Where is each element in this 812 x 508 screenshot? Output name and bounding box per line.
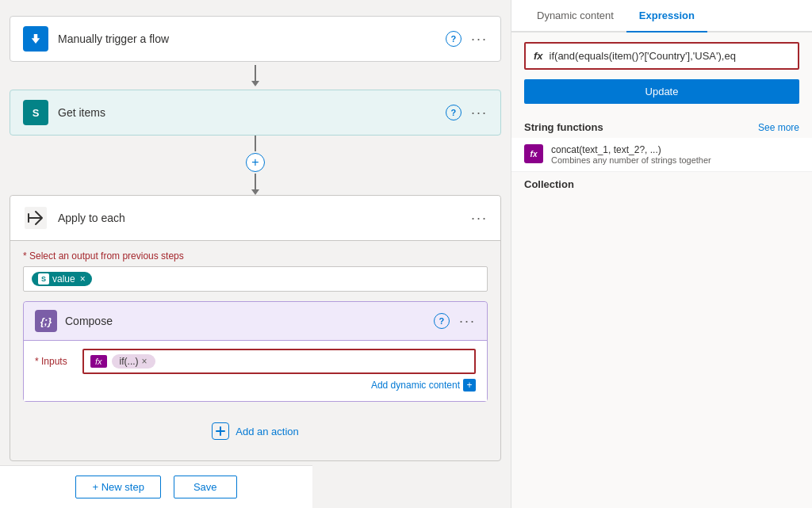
main-canvas: Manually trigger a flow ? ··· S Get item…	[0, 0, 511, 508]
inputs-label: * Inputs	[35, 356, 75, 367]
func-details-concat: concat(text_1, text_2?, ...) Combines an…	[551, 144, 799, 165]
apply-each-title: Apply to each	[58, 212, 471, 224]
add-action-row[interactable]: Add an action	[23, 411, 488, 451]
trigger-help-icon[interactable]: ?	[446, 31, 462, 47]
compose-actions: ? ···	[434, 313, 476, 330]
trigger-card: Manually trigger a flow ? ···	[10, 16, 501, 62]
get-items-help-icon[interactable]: ?	[446, 105, 462, 120]
new-step-button[interactable]: + New step	[75, 476, 160, 498]
compose-menu-icon[interactable]: ···	[459, 313, 476, 330]
tab-expression-label: Expression	[639, 10, 695, 21]
plus-connector: +	[246, 136, 265, 195]
arrow-head-1	[251, 81, 259, 86]
value-tag: S value ×	[32, 272, 92, 286]
function-item-concat[interactable]: fx concat(text_1, text_2?, ...) Combines…	[511, 138, 812, 172]
inputs-row: * Inputs fx if(...) ×	[35, 349, 476, 374]
expression-input-row[interactable]: fx if(and(equals(item()?['Country'],'USA…	[524, 42, 799, 70]
save-button[interactable]: Save	[174, 476, 237, 498]
get-items-menu-icon[interactable]: ···	[471, 105, 488, 121]
output-input-box[interactable]: S value ×	[23, 266, 488, 292]
get-items-card: S Get items ? ···	[10, 90, 501, 136]
expression-fx-label: fx	[534, 50, 543, 62]
tab-dynamic-label: Dynamic content	[537, 10, 614, 21]
apply-each-menu-icon[interactable]: ···	[471, 210, 488, 227]
compose-help-icon[interactable]: ?	[434, 313, 450, 329]
if-chip-text: if(...)	[120, 356, 139, 367]
bottom-toolbar: + New step Save	[0, 465, 312, 508]
collection-label: Collection	[524, 178, 574, 190]
tab-expression[interactable]: Expression	[626, 0, 707, 32]
arrow-1	[251, 65, 259, 86]
add-dynamic-link: Add dynamic content +	[35, 374, 476, 393]
compose-header: {;} Compose ? ···	[24, 302, 487, 341]
if-chip: if(...) ×	[112, 354, 155, 369]
func-icon-concat: fx	[524, 144, 543, 163]
compose-icon: {;}	[35, 310, 57, 332]
string-functions-title: String functions	[524, 121, 603, 133]
compose-body: * Inputs fx if(...) ×	[24, 341, 487, 401]
if-chip-close[interactable]: ×	[142, 356, 147, 367]
compose-title: Compose	[65, 315, 434, 327]
apply-each-container: Apply to each ··· * Select an output fro…	[10, 195, 501, 461]
trigger-icon	[23, 26, 48, 52]
value-tag-sp-icon: S	[38, 273, 49, 285]
expression-text: if(and(equals(item()?['Country'],'USA'),…	[550, 50, 790, 62]
compose-card: {;} Compose ? ··· * Inputs fx	[23, 301, 488, 402]
arrow-head-2	[251, 189, 259, 195]
add-dynamic-btn[interactable]: Add dynamic content +	[371, 379, 476, 392]
fx-label: fx	[95, 357, 102, 366]
trigger-title: Manually trigger a flow	[58, 32, 446, 45]
fx-tag: fx	[90, 355, 107, 368]
select-output-label: * Select an output from previous steps	[23, 250, 488, 262]
apply-each-body: * Select an output from previous steps S…	[10, 241, 500, 460]
func-name-concat: concat(text_1, text_2?, ...)	[551, 144, 799, 155]
arrow-line-3	[255, 174, 256, 189]
apply-each-icon	[23, 205, 48, 231]
value-tag-close[interactable]: ×	[80, 273, 86, 285]
func-desc-concat: Combines any number of strings together	[551, 155, 799, 165]
add-action-label: Add an action	[236, 426, 299, 437]
apply-each-actions: ···	[471, 210, 488, 227]
see-more-link[interactable]: See more	[758, 122, 799, 133]
update-button[interactable]: Update	[524, 79, 799, 104]
new-step-label: + New step	[92, 481, 144, 493]
update-label: Update	[645, 86, 679, 97]
add-dynamic-plus-icon: +	[463, 379, 476, 392]
tab-dynamic-content[interactable]: Dynamic content	[524, 0, 626, 32]
value-tag-label: value	[52, 273, 75, 285]
right-panel: Dynamic content Expression fx if(and(equ…	[511, 0, 812, 508]
arrow-line-1	[255, 65, 256, 81]
apply-each-header: Apply to each ···	[10, 196, 500, 241]
sharepoint-icon: S	[23, 100, 48, 125]
get-items-actions: ? ···	[446, 105, 488, 121]
panel-tabs: Dynamic content Expression	[511, 0, 812, 32]
collection-header: Collection	[511, 172, 812, 193]
arrow-line-2	[255, 136, 256, 151]
trigger-actions: ? ···	[446, 31, 488, 48]
string-functions-header: String functions See more	[511, 113, 812, 138]
add-action-icon	[212, 422, 229, 440]
get-items-title: Get items	[58, 106, 446, 119]
inputs-box[interactable]: fx if(...) ×	[82, 349, 476, 374]
trigger-menu-icon[interactable]: ···	[471, 31, 488, 48]
save-label: Save	[193, 481, 217, 493]
add-dynamic-text: Add dynamic content	[371, 380, 460, 391]
plus-circle-btn[interactable]: +	[246, 153, 265, 172]
